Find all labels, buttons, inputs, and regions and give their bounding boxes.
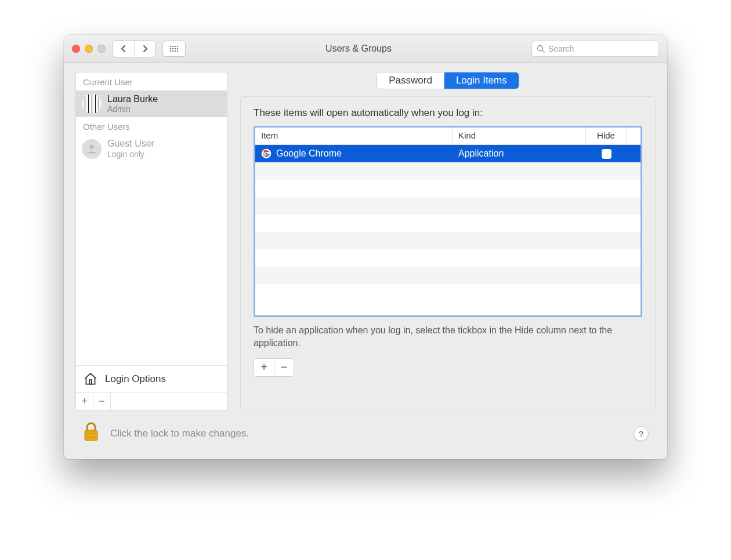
svg-rect-7 <box>85 430 97 441</box>
login-options-button[interactable]: Login Options <box>76 365 227 392</box>
table-row[interactable] <box>255 284 640 301</box>
remove-login-item-button[interactable]: − <box>274 359 294 376</box>
footer: Click the lock to make changes. ? <box>64 422 667 459</box>
grid-icon <box>170 46 178 52</box>
search-input[interactable] <box>548 44 654 53</box>
svg-line-1 <box>542 50 545 52</box>
login-items-hint: To hide an application when you log in, … <box>254 324 642 350</box>
sidebar-user-guest[interactable]: Guest User Login only <box>76 135 227 162</box>
avatar-icon <box>82 94 102 114</box>
window-title: Users & Groups <box>193 43 524 54</box>
col-kind[interactable]: Kind <box>453 128 586 144</box>
help-button[interactable]: ? <box>634 426 649 441</box>
row-item-name: Google Chrome <box>276 148 342 159</box>
user-name: Laura Burke <box>107 94 158 104</box>
main-area: Password Login Items These items will op… <box>240 72 656 410</box>
lock-message: Click the lock to make changes. <box>110 428 623 439</box>
svg-point-2 <box>89 144 93 148</box>
search-icon <box>537 45 545 53</box>
forward-button[interactable] <box>134 41 155 57</box>
row-kind: Application <box>458 148 504 159</box>
avatar-icon <box>82 139 102 159</box>
login-options-label: Login Options <box>105 373 166 385</box>
table-row[interactable] <box>255 197 640 214</box>
add-login-item-button[interactable]: + <box>254 359 274 376</box>
close-window-button[interactable] <box>72 45 80 53</box>
remove-user-button[interactable]: − <box>93 393 111 410</box>
user-role: Admin <box>107 104 158 114</box>
login-items-panel: These items will open automatically when… <box>240 96 656 410</box>
table-row[interactable] <box>255 267 640 284</box>
show-all-button[interactable] <box>162 41 186 57</box>
tab-login-items[interactable]: Login Items <box>444 72 519 89</box>
nav-back-forward <box>113 40 155 57</box>
other-users-heading: Other Users <box>76 117 227 135</box>
add-user-button[interactable]: + <box>76 393 93 410</box>
chevron-left-icon <box>121 45 126 53</box>
preferences-window: Users & Groups Current User Laura Burke … <box>64 35 667 459</box>
svg-rect-3 <box>89 380 91 384</box>
titlebar: Users & Groups <box>64 35 667 63</box>
col-hide[interactable]: Hide <box>586 128 627 144</box>
table-row[interactable] <box>255 214 640 232</box>
tab-password[interactable]: Password <box>377 72 444 89</box>
sidebar-add-remove: + − <box>76 392 227 410</box>
current-user-heading: Current User <box>76 72 227 90</box>
col-item[interactable]: Item <box>255 128 453 144</box>
back-button[interactable] <box>113 41 134 57</box>
chevron-right-icon <box>142 45 148 53</box>
table-row[interactable] <box>255 180 640 197</box>
login-items-table[interactable]: Item Kind Hide <box>254 126 642 317</box>
table-header: Item Kind Hide <box>255 128 640 145</box>
window-controls <box>72 45 106 53</box>
minimize-window-button[interactable] <box>85 45 93 53</box>
user-role: Login only <box>107 150 154 159</box>
house-icon <box>83 372 98 387</box>
table-row[interactable]: Google Chrome Application <box>255 145 640 162</box>
table-row[interactable] <box>255 249 640 267</box>
login-items-caption: These items will open automatically when… <box>254 107 642 119</box>
login-items-add-remove: + − <box>254 358 294 377</box>
lock-button[interactable] <box>82 422 100 445</box>
svg-point-6 <box>265 152 267 155</box>
hide-checkbox[interactable] <box>602 149 611 159</box>
sidebar-user-current[interactable]: Laura Burke Admin <box>76 90 227 117</box>
users-sidebar: Current User Laura Burke Admin Other Use… <box>75 72 227 410</box>
table-row[interactable] <box>255 162 640 180</box>
lock-icon <box>82 422 100 443</box>
chrome-icon <box>261 148 272 159</box>
search-field[interactable] <box>531 41 659 57</box>
tabs: Password Login Items <box>377 72 519 89</box>
user-name: Guest User <box>107 139 154 149</box>
zoom-window-button[interactable] <box>97 45 106 53</box>
table-row[interactable] <box>255 232 640 249</box>
